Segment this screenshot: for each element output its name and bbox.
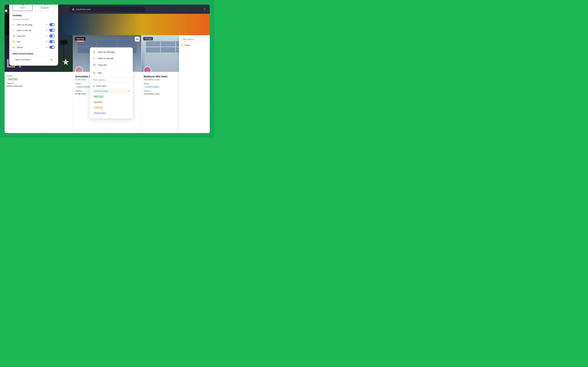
toggle-switch-new-tab[interactable] xyxy=(49,29,55,32)
main-content-wrapper: Content Actions Appearance 🚫 None ☰ Drop… xyxy=(5,35,210,133)
click-record-section: Click record action Open as preview ▼ xyxy=(9,52,58,62)
address-bar: 🔒 stackerhq.com xyxy=(69,7,146,12)
toggle-switch-full-page[interactable] xyxy=(49,23,55,26)
appearance-dropdown[interactable]: ☰ Dropdown xyxy=(35,5,55,11)
eye-icon-edit: 👁 xyxy=(46,40,48,43)
status-filter-row[interactable]: ✏️ Status xyxy=(181,43,208,47)
toggle-label-full-page: Open as full page xyxy=(17,24,46,26)
tag-follow-up: Follow up xyxy=(93,106,104,109)
toggle-open-full-page: ⊡ Open as full page 👁 xyxy=(13,22,55,27)
filter-input-chicago[interactable] xyxy=(181,37,208,42)
toggle-switch-delete[interactable] xyxy=(49,46,55,49)
eye-icon-delete: 👁 xyxy=(46,46,48,49)
visibility-section: Visibility SYSTEM BUTTONS ⊡ Open as full… xyxy=(9,14,58,52)
palm-tree-icon xyxy=(59,35,68,70)
card-menu-button-new-york[interactable]: ••• xyxy=(135,37,140,42)
avatar-placeholder-ny xyxy=(76,67,83,72)
link-icon: 🔗 xyxy=(93,63,96,66)
context-open-full-page[interactable]: ⊡ Open as full page xyxy=(90,49,133,55)
new-tab-icon: ⎋ xyxy=(93,57,96,60)
toggle-label-copy-link: Copy link xyxy=(17,35,46,37)
url-text: stackerhq.com xyxy=(76,8,91,10)
toggle-copy-link: 🔗 Copy link 👁 xyxy=(13,33,55,39)
right-filter-dropdown: ✏️ Status xyxy=(179,35,210,133)
context-label-full-page: Open as full page xyxy=(98,51,115,53)
context-label-copy-link: Copy link xyxy=(98,64,107,66)
filter-option-closed-won[interactable]: Closed- Won xyxy=(91,110,131,116)
chevron-right-icon: › xyxy=(129,72,130,74)
tag-qualified: Qualified xyxy=(93,101,103,104)
click-record-dropdown[interactable]: Open as preview ▼ xyxy=(13,57,55,62)
filter-option-follow-up[interactable]: Follow up xyxy=(91,105,131,110)
visibility-title: Visibility xyxy=(13,14,55,17)
click-record-value: Open as preview xyxy=(15,58,30,61)
status-filter-label: Status xyxy=(184,44,190,46)
appearance-none-label: None xyxy=(20,7,25,9)
toggle-edit: ✏️ Edit 👁 xyxy=(13,39,55,44)
click-record-title: Click record action xyxy=(13,52,55,55)
edit-icon: ✏️ xyxy=(13,41,16,43)
chevron-down-icon: ▼ xyxy=(50,58,52,61)
toggle-label-new-tab: Open in new tab xyxy=(17,29,46,32)
filter-clear-button[interactable]: ⊗ Clear value xyxy=(91,84,131,88)
context-label-edit: Edit xyxy=(98,72,102,74)
lock-icon: 🔒 xyxy=(72,8,75,10)
edit-icon-status: ✏️ xyxy=(181,44,183,46)
eye-icon-full-page: 👁 xyxy=(46,23,48,26)
toggle-label-delete: Delete xyxy=(17,46,46,49)
new-tab-icon: ⎋ xyxy=(13,29,16,32)
clear-label: Clear value xyxy=(96,85,106,87)
tag-closed-won: Closed- Won xyxy=(93,112,107,115)
window xyxy=(161,47,175,52)
filter-option-current-location[interactable]: Current Location ✓ xyxy=(91,88,131,94)
avatar-placeholder-chicago xyxy=(144,67,151,72)
filter-options-area: ⊗ Clear value Current Location ✓ New Lea… xyxy=(90,76,133,117)
system-buttons-label: SYSTEM BUTTONS xyxy=(13,18,55,20)
context-edit[interactable]: ✏️ Edit › xyxy=(90,70,133,76)
edit-icon: ✏️ xyxy=(93,71,96,74)
toggle-switch-edit[interactable] xyxy=(49,40,55,43)
check-icon: ✓ xyxy=(128,90,130,93)
address-label-la: Address xyxy=(7,82,71,84)
eye-icon-new-tab: 👁 xyxy=(46,29,48,32)
full-page-icon: ⊡ xyxy=(93,50,96,53)
window xyxy=(118,40,137,46)
appearance-none[interactable]: 🚫 None xyxy=(13,5,33,11)
window xyxy=(146,47,160,52)
eye-icon-copy-link: 👁 xyxy=(46,35,48,37)
card-chicago: Chicago xyxy=(141,35,210,133)
toggle-open-new-tab: ⎋ Open in new tab 👁 xyxy=(13,27,55,33)
card-body-la: Status New Lead Address 80768 Hauk Park xyxy=(5,72,73,133)
status-badge-current-location-ny: Current Location xyxy=(75,85,92,88)
toggle-switch-copy-link[interactable] xyxy=(49,34,55,37)
appearance-section: Appearance 🚫 None ☰ Dropdown xyxy=(9,5,58,14)
filter-option-new-lead[interactable]: New Lead xyxy=(91,94,131,100)
status-badge-new-lead: New Lead xyxy=(7,78,18,81)
status-value-la: New Lead xyxy=(7,78,71,81)
toggle-delete: 🗑 Delete 👁 xyxy=(13,44,55,50)
filter-option-qualified[interactable]: Qualified xyxy=(91,100,131,105)
clear-icon: ⊗ xyxy=(93,85,95,87)
toggle-label-edit: Edit xyxy=(17,41,46,43)
card-badge-new-york: New York xyxy=(75,37,86,40)
context-label-new-tab: Open in new tab xyxy=(98,57,113,60)
context-copy-link[interactable]: 🔗 Copy link xyxy=(90,62,133,68)
actions-panel: Content Actions Appearance 🚫 None ☰ Drop… xyxy=(9,5,58,66)
context-menu: ⊡ Open as full page ⎋ Open in new tab 🔗 … xyxy=(90,47,133,118)
refresh-button[interactable]: ↻ xyxy=(204,8,206,11)
card-badge-chicago: Chicago xyxy=(143,37,153,40)
context-open-new-tab[interactable]: ⎋ Open in new tab xyxy=(90,55,133,62)
tag-current-location: Current Location xyxy=(93,90,110,93)
flag-stripe xyxy=(77,42,84,42)
appearance-options: 🚫 None ☰ Dropdown xyxy=(13,5,55,11)
window xyxy=(161,41,175,47)
eye-off-icon: 🚫 xyxy=(21,5,25,6)
card-new-york: New York ••• xyxy=(73,35,141,133)
status-label-la: Status xyxy=(7,75,71,77)
delete-icon: 🗑 xyxy=(13,46,16,49)
address-value-la: 80768 Hauk Park xyxy=(7,85,71,87)
status-badge-current-location-chicago: Current Location xyxy=(144,85,160,88)
filter-input-ny[interactable] xyxy=(91,77,131,83)
window xyxy=(146,41,160,47)
app-container: 🔒 stackerhq.com ↻ Content Actions App xyxy=(5,5,210,133)
